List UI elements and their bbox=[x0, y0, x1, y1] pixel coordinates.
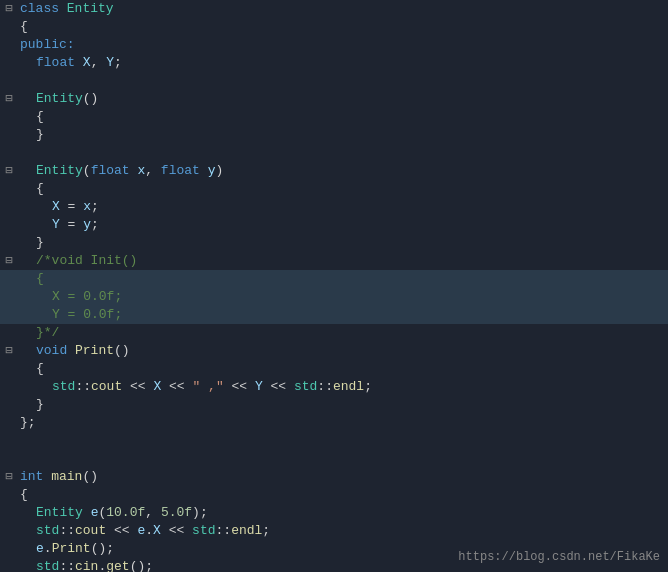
token-op: << bbox=[224, 379, 255, 394]
gutter[interactable]: ⊟ bbox=[0, 0, 18, 18]
code-line: public: bbox=[0, 36, 668, 54]
token-fn: main bbox=[51, 469, 82, 484]
code-line: } bbox=[0, 126, 668, 144]
token-type: Entity bbox=[36, 163, 83, 178]
code-content: Y = 0.0f; bbox=[18, 306, 664, 324]
token-punct: { bbox=[36, 109, 44, 124]
code-line: std::cout << e.X << std::endl; bbox=[0, 522, 668, 540]
token-kw: void bbox=[36, 343, 75, 358]
gutter[interactable]: ⊟ bbox=[0, 342, 18, 360]
token-op: << bbox=[161, 379, 192, 394]
code-content: Entity() bbox=[18, 90, 664, 108]
code-line: } bbox=[0, 234, 668, 252]
token-op: << bbox=[263, 379, 294, 394]
token-op: << bbox=[161, 523, 192, 538]
token-punct: () bbox=[83, 91, 99, 106]
code-line: Y = 0.0f; bbox=[0, 306, 668, 324]
code-line: { bbox=[0, 360, 668, 378]
token-var: X bbox=[153, 523, 161, 538]
code-line: ⊟/*void Init() bbox=[0, 252, 668, 270]
token-punct: } bbox=[36, 127, 44, 142]
gutter[interactable]: ⊟ bbox=[0, 468, 18, 486]
token-op: = bbox=[60, 217, 83, 232]
watermark: https://blog.csdn.net/FikaKe bbox=[458, 550, 660, 564]
token-punct: ) bbox=[215, 163, 223, 178]
token-fn: get bbox=[106, 559, 129, 572]
token-ns: std bbox=[36, 559, 59, 572]
code-line: } bbox=[0, 396, 668, 414]
gutter[interactable]: ⊟ bbox=[0, 252, 18, 270]
token-punct: (); bbox=[130, 559, 153, 572]
token-comment: Y = 0.0f; bbox=[52, 307, 122, 322]
code-line: ⊟Entity() bbox=[0, 90, 668, 108]
token-var: Y bbox=[255, 379, 263, 394]
token-fn: Print bbox=[75, 343, 114, 358]
token-kw: public: bbox=[20, 37, 75, 52]
code-line: { bbox=[0, 18, 668, 36]
code-content: } bbox=[18, 234, 664, 252]
code-line: { bbox=[0, 180, 668, 198]
code-content: class Entity bbox=[18, 0, 664, 18]
token-punct: { bbox=[36, 361, 44, 376]
token-punct: { bbox=[20, 19, 28, 34]
token-fn: cout bbox=[75, 523, 106, 538]
token-punct: } bbox=[36, 397, 44, 412]
token-var: Y bbox=[52, 217, 60, 232]
token-punct: ; bbox=[262, 523, 270, 538]
gutter[interactable]: ⊟ bbox=[0, 90, 18, 108]
code-content: }*/ bbox=[18, 324, 664, 342]
code-line: ⊟class Entity bbox=[0, 0, 668, 18]
code-content: int main() bbox=[18, 468, 664, 486]
code-line bbox=[0, 72, 668, 90]
token-var: x bbox=[83, 199, 91, 214]
token-type: Entity bbox=[36, 505, 83, 520]
code-line: X = x; bbox=[0, 198, 668, 216]
code-content: X = x; bbox=[18, 198, 664, 216]
token-op: << bbox=[106, 523, 137, 538]
code-line: }*/ bbox=[0, 324, 668, 342]
code-content: Y = y; bbox=[18, 216, 664, 234]
code-line: { bbox=[0, 108, 668, 126]
token-ns: std bbox=[36, 523, 59, 538]
token-punct: ; bbox=[114, 55, 122, 70]
token-var: X bbox=[52, 199, 60, 214]
code-line: std::cout << X << " ," << Y << std::endl… bbox=[0, 378, 668, 396]
token-punct: , bbox=[91, 55, 107, 70]
code-line: }; bbox=[0, 414, 668, 432]
token-punct: { bbox=[20, 487, 28, 502]
token-punct: () bbox=[82, 469, 98, 484]
code-line bbox=[0, 432, 668, 450]
code-line: ⊟void Print() bbox=[0, 342, 668, 360]
token-punct: . bbox=[145, 523, 153, 538]
token-kw: class bbox=[20, 1, 67, 16]
token-fn: cout bbox=[91, 379, 122, 394]
code-content: std::cout << X << " ," << Y << std::endl… bbox=[18, 378, 664, 396]
token-plain bbox=[83, 505, 91, 520]
token-fn: Print bbox=[52, 541, 91, 556]
token-var: e bbox=[36, 541, 44, 556]
code-line: { bbox=[0, 486, 668, 504]
code-content: { bbox=[18, 360, 664, 378]
token-punct: . bbox=[44, 541, 52, 556]
code-editor: ⊟class Entity{public:float X, Y;⊟Entity(… bbox=[0, 0, 668, 572]
token-comment: { bbox=[36, 271, 44, 286]
token-comment: }*/ bbox=[36, 325, 59, 340]
code-content: void Print() bbox=[18, 342, 664, 360]
token-punct: :: bbox=[59, 523, 75, 538]
token-ns: std bbox=[52, 379, 75, 394]
token-fn: endl bbox=[231, 523, 262, 538]
token-op: = bbox=[60, 199, 83, 214]
token-punct: , bbox=[145, 163, 161, 178]
token-kw: int bbox=[20, 469, 51, 484]
code-content: { bbox=[18, 108, 664, 126]
token-punct: }; bbox=[20, 415, 36, 430]
gutter[interactable]: ⊟ bbox=[0, 162, 18, 180]
token-str: " ," bbox=[192, 379, 223, 394]
code-content: } bbox=[18, 396, 664, 414]
code-line: ⊟Entity(float x, float y) bbox=[0, 162, 668, 180]
token-var: y bbox=[83, 217, 91, 232]
code-content: X = 0.0f; bbox=[18, 288, 664, 306]
token-punct: ( bbox=[83, 163, 91, 178]
token-num: 5.0f bbox=[161, 505, 192, 520]
token-kw: float bbox=[161, 163, 208, 178]
